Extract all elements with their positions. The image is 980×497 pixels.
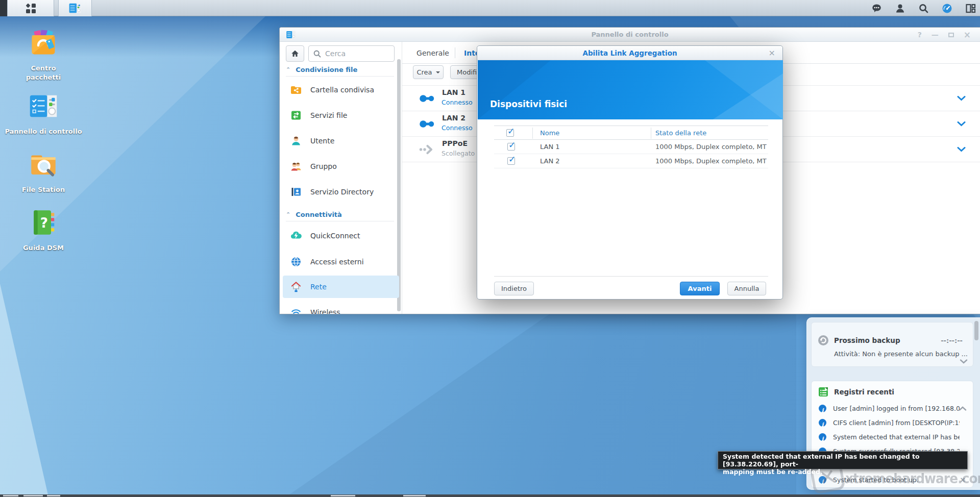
- widget-title: Prossimo backup: [834, 336, 900, 344]
- interface-status: Scollegato: [442, 150, 475, 157]
- column-header-name[interactable]: Nome: [540, 129, 559, 137]
- wallpaper-facet: [0, 284, 48, 497]
- window-titlebar[interactable]: Pannello di controllo ? — ×: [280, 28, 980, 42]
- row-checkbox[interactable]: ✓: [507, 157, 515, 165]
- sidebar-item-directory-service[interactable]: Servizio Directory: [283, 181, 399, 203]
- device-name: LAN 2: [540, 157, 560, 165]
- sidebar-item-label: Wireless: [310, 308, 340, 314]
- desktop-icon-file-station[interactable]: File Station: [12, 149, 75, 194]
- interface-status: Connesso: [442, 124, 473, 132]
- desktop-icon-label: Centro pacchetti: [12, 64, 75, 82]
- sidebar-item-user[interactable]: Utente: [283, 130, 399, 152]
- interface-name: LAN 2: [442, 114, 465, 122]
- log-entry[interactable]: i CIFS client [admin] from [DESKTOP(IP:1…: [812, 416, 973, 430]
- desktop-icon-package-center[interactable]: Centro pacchetti: [12, 28, 75, 82]
- interface-status: Connesso: [442, 98, 473, 106]
- chevron-down-icon[interactable]: [957, 96, 966, 101]
- search-icon[interactable]: [918, 3, 929, 14]
- sidebar-item-label: Servizi file: [310, 111, 347, 119]
- sidebar-item-wireless[interactable]: Wireless: [283, 301, 399, 314]
- lan-connected-icon: [419, 93, 436, 104]
- row-checkbox[interactable]: ✓: [507, 143, 515, 151]
- control-panel-icon: [28, 91, 59, 121]
- close-button[interactable]: ×: [964, 31, 971, 39]
- main-menu-button[interactable]: [7, 0, 54, 16]
- log-entry[interactable]: i User [admin] logged in from [192.168.0…: [812, 402, 973, 416]
- desktop-icon-control-panel[interactable]: Pannello di controllo: [12, 91, 75, 136]
- log-entry[interactable]: i System detected that external IP has b…: [812, 430, 973, 444]
- sidebar-item-shared-folder[interactable]: Cartella condivisa: [283, 79, 399, 101]
- chevron-up-icon: ⌃: [286, 66, 290, 73]
- widgets-scrollbar[interactable]: [974, 321, 978, 340]
- link-aggregation-dialog: Abilita Link Aggregation × Dispositivi f…: [477, 45, 783, 300]
- sidebar-item-external-access[interactable]: Accessi esterni: [283, 251, 399, 273]
- home-icon: [290, 49, 300, 58]
- close-icon[interactable]: ×: [960, 476, 966, 484]
- divider: [494, 276, 768, 277]
- package-center-icon: [28, 28, 59, 58]
- logs-icon: [818, 386, 829, 397]
- dialog-titlebar[interactable]: Abilita Link Aggregation ×: [477, 46, 782, 60]
- chevron-down-icon[interactable]: [957, 121, 966, 127]
- chat-icon[interactable]: [871, 3, 882, 14]
- backup-widget: Prossimo backup --:--:-- Attività: Non è…: [811, 322, 973, 367]
- close-icon[interactable]: ×: [769, 48, 775, 58]
- desktop-icon-dsm-help[interactable]: ? Guida DSM: [12, 207, 75, 253]
- back-button[interactable]: Indietro: [494, 282, 534, 295]
- minimize-button[interactable]: —: [932, 31, 939, 38]
- sidebar-item-label: Cartella condivisa: [310, 86, 374, 94]
- chevron-up-icon[interactable]: [959, 406, 967, 411]
- external-access-icon: [290, 256, 302, 268]
- cancel-button[interactable]: Annulla: [727, 282, 766, 295]
- column-header-network-status[interactable]: Stato della rete: [655, 129, 706, 137]
- divider: [286, 76, 394, 77]
- main-menu-grid-icon: [26, 3, 36, 13]
- help-button[interactable]: ?: [918, 31, 922, 38]
- table-header-row: ✓ Nome Stato della rete: [494, 126, 768, 140]
- tab-generale[interactable]: Generale: [413, 42, 452, 64]
- table-row[interactable]: ✓ LAN 2 1000 Mbps, Duplex completo, MTU.…: [494, 154, 768, 168]
- sidebar-item-label: Servizio Directory: [310, 188, 374, 196]
- devices-table: ✓ Nome Stato della rete ✓ LAN 1 1000 Mbp…: [494, 126, 768, 168]
- divider: [455, 47, 455, 58]
- search-icon: [313, 49, 322, 58]
- sidebar-item-quickconnect[interactable]: QuickConnect: [283, 225, 399, 247]
- window-controls: ? — ×: [918, 28, 971, 42]
- wireless-icon: [290, 306, 302, 314]
- shared-folder-icon: [290, 84, 302, 96]
- table-row[interactable]: ✓ LAN 1 1000 Mbps, Duplex completo, MTU.…: [494, 140, 768, 154]
- backup-time: --:--:--: [941, 337, 963, 344]
- interface-name: PPPoE: [442, 139, 468, 147]
- sidebar-item-label: Rete: [310, 283, 327, 291]
- dialog-step-heading: Dispositivi fisici: [490, 99, 567, 109]
- screen-bottom-edge: [0, 494, 980, 497]
- widget-title: Registri recenti: [834, 388, 894, 396]
- sidebar-item-file-services[interactable]: Servizi file: [283, 104, 399, 127]
- device-status: 1000 Mbps, Duplex completo, MTU...: [655, 143, 767, 151]
- section-header-connectivity[interactable]: ⌃Connettività: [286, 211, 342, 218]
- control-panel-task-button[interactable]: [58, 0, 92, 16]
- widgets-icon[interactable]: [965, 3, 976, 14]
- desktop: Centro pacchetti Pannello di controllo F…: [0, 0, 980, 497]
- sidebar-item-network[interactable]: Rete: [283, 276, 399, 298]
- next-button[interactable]: Avanti: [680, 282, 720, 295]
- dialog-banner: Dispositivi fisici: [478, 60, 783, 119]
- select-all-checkbox[interactable]: ✓: [506, 129, 514, 137]
- home-button[interactable]: [286, 45, 304, 62]
- caret-down-icon: [436, 71, 440, 73]
- tooltip-line: mapping must be re-added.: [723, 468, 963, 476]
- resource-monitor-icon[interactable]: [942, 3, 952, 14]
- chevron-up-icon: ⌃: [286, 211, 290, 218]
- search-input[interactable]: [325, 46, 391, 61]
- sidebar-item-group[interactable]: Gruppo: [283, 155, 399, 178]
- desktop-icon-label: Pannello di controllo: [0, 127, 87, 136]
- log-entry-text: System started to boot up.: [833, 476, 960, 484]
- info-icon: i: [819, 419, 826, 427]
- chevron-down-icon[interactable]: [957, 147, 966, 152]
- create-button[interactable]: Crea: [413, 65, 444, 79]
- section-header-file-sharing[interactable]: ⌃Condivisione file: [286, 66, 357, 73]
- user-icon[interactable]: [895, 3, 905, 14]
- info-icon: i: [819, 433, 826, 441]
- chevron-down-icon[interactable]: [960, 359, 968, 364]
- maximize-button[interactable]: [948, 33, 954, 37]
